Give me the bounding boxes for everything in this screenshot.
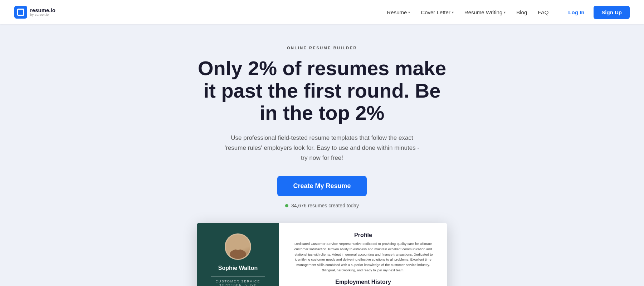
nav-divider [558,7,558,17]
hero-eyebrow: ONLINE RESUME BUILDER [7,46,637,50]
logo-text: resume.io by career.io [30,8,55,17]
create-resume-button[interactable]: Create My Resume [277,176,366,196]
resume-right-panel: Profile Dedicated Customer Service Repre… [279,223,447,286]
nav-links: Resume ▾ Cover Letter ▾ Resume Writing ▾… [382,6,630,19]
nav-faq[interactable]: FAQ [533,6,553,18]
hero-stat: 34,676 resumes created today [7,203,637,208]
resume-profile-text: Dedicated Customer Service Representativ… [289,241,437,273]
resume-employment-heading: Employment History [289,279,437,285]
logo[interactable]: resume.io by career.io [14,6,55,19]
signup-button[interactable]: Sign Up [594,6,630,19]
logo-main: resume.io [30,8,55,14]
nav-resume-writing[interactable]: Resume Writing ▾ [460,6,510,18]
resume-name: Sophie Walton [218,265,258,271]
login-button[interactable]: Log In [563,6,589,18]
nav-blog[interactable]: Blog [512,6,531,18]
resume-left-panel: Sophie Walton CUSTOMER SERVICEREPRESENTA… [197,223,279,286]
resume-divider [211,276,265,277]
resume-profile-heading: Profile [289,232,437,238]
hero-subtitle: Use professional field-tested resume tem… [222,133,422,163]
stat-dot-icon [285,204,288,207]
resume-job-title: CUSTOMER SERVICEREPRESENTATIVE [215,280,260,286]
navbar: resume.io by career.io Resume ▾ Cover Le… [0,0,644,24]
hero-title: Only 2% of resumes make it past the firs… [197,57,447,124]
avatar [225,233,251,260]
resume-preview: Sophie Walton CUSTOMER SERVICEREPRESENTA… [197,223,447,286]
logo-icon [14,6,27,19]
avatar-image [226,233,250,260]
chevron-down-icon: ▾ [504,10,506,14]
logo-sub: by career.io [30,13,55,17]
stat-text: 34,676 resumes created today [291,203,359,208]
hero-section: ONLINE RESUME BUILDER Only 2% of resumes… [0,24,644,286]
nav-resume[interactable]: Resume ▾ [382,6,414,18]
chevron-down-icon: ▾ [408,10,410,14]
chevron-down-icon: ▾ [452,10,454,14]
nav-cover-letter[interactable]: Cover Letter ▾ [416,6,458,18]
